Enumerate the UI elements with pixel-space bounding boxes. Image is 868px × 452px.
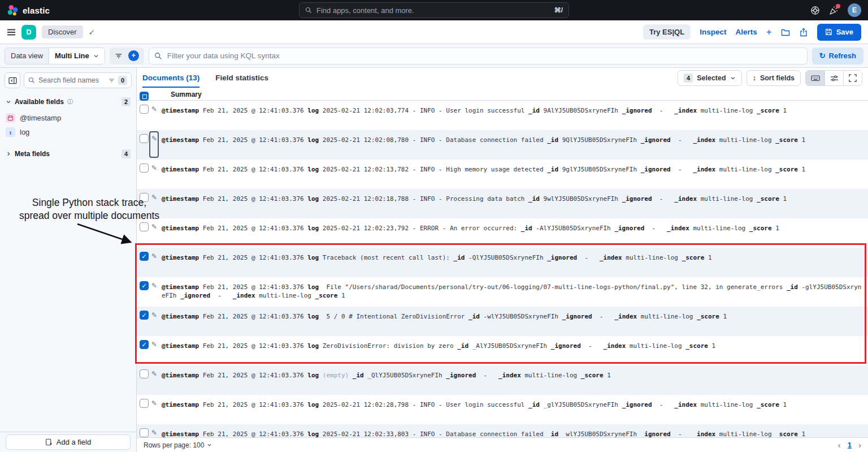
previous-page-icon[interactable]: ‹ bbox=[838, 440, 841, 450]
selected-documents-button[interactable]: 4 Selected bbox=[678, 70, 742, 86]
table-row[interactable]: ✎@timestamp Feb 21, 2025 @ 12:41:03.376 … bbox=[137, 218, 868, 248]
add-field-icon bbox=[45, 438, 53, 446]
add-filter-icon[interactable]: + bbox=[128, 50, 139, 61]
discover-app-tile[interactable]: D bbox=[21, 25, 36, 40]
row-checkbox[interactable]: ✓ bbox=[140, 252, 149, 261]
global-header: elastic Find apps, content, and more. ⌘/… bbox=[0, 0, 868, 20]
row-checkbox[interactable] bbox=[140, 163, 149, 173]
row-checkbox[interactable]: ✓ bbox=[140, 281, 149, 290]
alerts-link[interactable]: Alerts bbox=[735, 28, 757, 36]
expand-document-icon[interactable]: ✎ bbox=[151, 370, 157, 378]
share-icon[interactable] bbox=[799, 28, 808, 37]
available-fields-section[interactable]: Available fields ⓘ 2 bbox=[6, 97, 131, 106]
collapse-sidebar-icon[interactable] bbox=[5, 72, 20, 88]
tab-documents[interactable]: Documents (13) bbox=[142, 68, 199, 88]
chevron-right-icon bbox=[6, 151, 11, 157]
help-icon[interactable] bbox=[810, 6, 820, 15]
chevron-down-icon bbox=[6, 99, 11, 105]
table-row[interactable]: ✎@timestamp Feb 21, 2025 @ 12:41:03.376 … bbox=[137, 365, 868, 395]
next-page-icon[interactable]: › bbox=[858, 440, 861, 450]
row-summary: @timestamp Feb 21, 2025 @ 12:41:03.376 l… bbox=[162, 395, 868, 409]
row-checkbox[interactable] bbox=[140, 428, 149, 437]
menu-icon[interactable] bbox=[7, 28, 16, 37]
keyboard-shortcuts-icon[interactable] bbox=[806, 71, 824, 85]
info-icon: ⓘ bbox=[67, 98, 73, 106]
try-esql-button[interactable]: Try ES|QL bbox=[643, 24, 691, 40]
table-row[interactable]: ✎@timestamp Feb 21, 2025 @ 12:41:03.376 … bbox=[137, 160, 868, 189]
inspect-link[interactable]: Inspect bbox=[700, 28, 726, 36]
expand-document-icon[interactable]: ✎ bbox=[151, 252, 157, 260]
filter-controls: + bbox=[110, 48, 144, 64]
grid-view-controls bbox=[805, 70, 862, 86]
global-search-input[interactable]: Find apps, content, and more. ⌘/ bbox=[299, 2, 569, 18]
expand-document-icon[interactable]: ✎ bbox=[151, 223, 157, 231]
discover-page: elastic Find apps, content, and more. ⌘/… bbox=[0, 0, 868, 452]
expand-document-icon[interactable]: ✎ bbox=[151, 429, 157, 437]
news-icon[interactable] bbox=[829, 6, 839, 15]
row-checkbox[interactable] bbox=[140, 369, 149, 378]
available-fields-label: Available fields bbox=[15, 98, 64, 106]
search-icon bbox=[154, 52, 162, 60]
display-options-icon[interactable] bbox=[824, 71, 843, 85]
elastic-logo[interactable]: elastic bbox=[7, 5, 50, 16]
field-item-log[interactable]: t log bbox=[5, 125, 132, 139]
table-row[interactable]: ✓✎@timestamp Feb 21, 2025 @ 12:41:03.376… bbox=[137, 248, 868, 277]
expand-document-icon[interactable]: ✎ bbox=[151, 399, 157, 407]
elastic-logo-icon bbox=[7, 5, 19, 16]
row-summary: @timestamp Feb 21, 2025 @ 12:41:03.376 l… bbox=[162, 101, 868, 115]
annotation-arrow bbox=[54, 219, 144, 249]
row-checkbox[interactable]: ✓ bbox=[140, 311, 149, 320]
row-summary: @timestamp Feb 21, 2025 @ 12:41:03.376 l… bbox=[162, 130, 868, 144]
new-session-icon[interactable]: + bbox=[766, 28, 772, 37]
table-footer: Rows per page: 100 ‹ 1 › bbox=[137, 437, 868, 452]
field-filter-icon[interactable] bbox=[108, 78, 115, 84]
kql-placeholder: Filter your data using KQL syntax bbox=[167, 51, 280, 60]
page-number[interactable]: 1 bbox=[848, 441, 852, 449]
save-button[interactable]: Save bbox=[817, 24, 861, 41]
open-folder-icon[interactable] bbox=[781, 28, 790, 37]
summary-column-header: Summary bbox=[171, 91, 202, 98]
table-row[interactable]: ✎@timestamp Feb 21, 2025 @ 12:41:03.376 … bbox=[137, 189, 868, 218]
kql-search-input[interactable]: Filter your data using KQL syntax bbox=[149, 48, 808, 64]
row-summary: @timestamp Feb 21, 2025 @ 12:41:03.376 l… bbox=[162, 218, 868, 233]
tab-field-statistics[interactable]: Field statistics bbox=[215, 68, 268, 88]
brand-name: elastic bbox=[23, 6, 50, 15]
table-row[interactable]: ✎@timestamp Feb 21, 2025 @ 12:41:03.376 … bbox=[137, 424, 868, 437]
add-field-button[interactable]: Add a field bbox=[6, 434, 131, 450]
table-row[interactable]: ✎@timestamp Feb 21, 2025 @ 12:41:03.376 … bbox=[137, 395, 868, 424]
breadcrumb[interactable]: Discover bbox=[42, 25, 83, 38]
select-all-checkbox[interactable] bbox=[140, 92, 149, 101]
search-icon bbox=[305, 7, 312, 14]
data-view-picker[interactable]: Data view Multi Line bbox=[5, 48, 105, 64]
table-row[interactable]: ✓✎@timestamp Feb 21, 2025 @ 12:41:03.376… bbox=[137, 307, 868, 336]
row-summary: @timestamp Feb 21, 2025 @ 12:41:03.376 l… bbox=[162, 277, 868, 300]
fullscreen-icon[interactable] bbox=[843, 71, 862, 85]
user-avatar[interactable]: E bbox=[848, 3, 861, 17]
sort-fields-button[interactable]: ↕ Sort fields bbox=[747, 70, 801, 86]
expand-document-icon[interactable]: ✎ bbox=[151, 135, 157, 143]
row-checkbox[interactable] bbox=[140, 399, 149, 408]
row-checkbox[interactable] bbox=[140, 105, 149, 114]
expand-document-icon[interactable]: ✎ bbox=[151, 341, 157, 348]
text-field-icon: t bbox=[6, 127, 15, 137]
table-row[interactable]: ✓✎@timestamp Feb 21, 2025 @ 12:41:03.376… bbox=[137, 336, 868, 365]
sidebar-footer: Add a field bbox=[0, 432, 136, 452]
rows-per-page-select[interactable]: Rows per page: 100 bbox=[144, 441, 212, 449]
meta-fields-section[interactable]: Meta fields 4 bbox=[6, 149, 131, 158]
expand-document-icon[interactable]: ✎ bbox=[151, 282, 157, 290]
row-summary: @timestamp Feb 21, 2025 @ 12:41:03.376 l… bbox=[162, 307, 868, 321]
expand-document-icon[interactable]: ✎ bbox=[151, 311, 157, 319]
table-row[interactable]: ✓✎@timestamp Feb 21, 2025 @ 12:41:03.376… bbox=[137, 277, 868, 307]
table-row[interactable]: ✎@timestamp Feb 21, 2025 @ 12:41:03.376 … bbox=[137, 101, 868, 130]
field-item-timestamp[interactable]: @timestamp bbox=[5, 111, 132, 125]
expand-document-icon[interactable]: ✎ bbox=[151, 164, 157, 172]
data-view-value[interactable]: Multi Line bbox=[49, 48, 105, 64]
meta-fields-label: Meta fields bbox=[15, 150, 50, 158]
row-checkbox[interactable]: ✓ bbox=[140, 340, 149, 349]
row-checkbox[interactable] bbox=[140, 134, 149, 143]
refresh-button[interactable]: ↻ Refresh bbox=[812, 48, 863, 64]
table-row[interactable]: ✎@timestamp Feb 21, 2025 @ 12:41:03.376 … bbox=[137, 130, 868, 160]
filter-icon[interactable] bbox=[115, 52, 123, 60]
expand-document-icon[interactable]: ✎ bbox=[151, 105, 157, 113]
field-search-input[interactable]: Search field names 0 bbox=[24, 72, 132, 88]
